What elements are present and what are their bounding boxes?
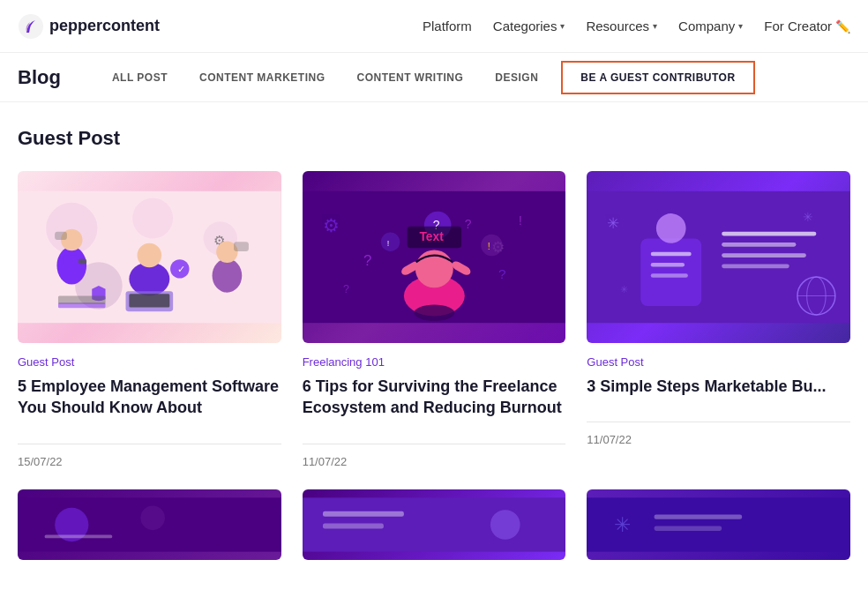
svg-text:✓: ✓	[177, 264, 185, 274]
svg-rect-70	[655, 514, 743, 519]
svg-text:?: ?	[363, 252, 371, 269]
svg-rect-8	[64, 256, 79, 265]
tab-design[interactable]: DESIGN	[479, 71, 554, 84]
svg-point-43	[414, 304, 454, 320]
svg-text:⚙: ⚙	[323, 215, 340, 236]
svg-text:?: ?	[498, 266, 506, 281]
svg-rect-50	[722, 253, 806, 257]
card-3-illustration: ✳ ✳ ✳	[587, 171, 850, 343]
svg-rect-71	[655, 526, 722, 530]
cards-grid: ✓ ⚙ Guest Post 5 Employee Mana	[18, 171, 850, 468]
svg-text:?: ?	[464, 218, 471, 231]
svg-point-56	[656, 213, 686, 243]
logo-icon	[18, 13, 44, 40]
pencil-icon: ✏️	[835, 19, 850, 34]
bottom-card-1	[18, 489, 281, 560]
svg-point-32	[380, 233, 399, 251]
nav-resources[interactable]: Resources ▾	[586, 19, 657, 34]
svg-rect-65	[323, 511, 404, 516]
card-3-date: 11/07/22	[587, 422, 850, 446]
card-1-illustration: ✓ ⚙	[18, 171, 281, 343]
card-2-category: Freelancing 101	[303, 355, 566, 369]
svg-text:✳: ✳	[803, 211, 813, 224]
bottom-card-3: ✳	[587, 489, 850, 560]
categories-chevron: ▾	[560, 21, 565, 31]
tab-all-post[interactable]: ALL POST	[96, 71, 183, 84]
svg-rect-20	[234, 242, 249, 251]
svg-rect-59	[651, 273, 688, 278]
svg-point-67	[490, 510, 520, 540]
svg-rect-66	[323, 523, 384, 528]
card-2: ⚙ ⚙ ! ? ? ! !	[303, 171, 566, 468]
card-3-title[interactable]: 3 Simple Steps Marketable Bu...	[587, 376, 850, 397]
svg-text:!: !	[386, 239, 389, 248]
svg-point-62	[140, 505, 165, 530]
nav-categories[interactable]: Categories ▾	[493, 19, 565, 34]
card-3: ✳ ✳ ✳	[587, 171, 850, 468]
svg-rect-63	[45, 534, 113, 538]
bottom-card-3-img: ✳	[587, 489, 850, 560]
svg-rect-58	[651, 263, 685, 267]
section-title: Guest Post	[18, 127, 850, 150]
bottom-card-1-img	[18, 489, 281, 560]
resources-chevron: ▾	[653, 21, 657, 31]
svg-text:✳: ✳	[621, 284, 629, 295]
card-3-image: ✳ ✳ ✳	[587, 171, 850, 343]
card-1-image: ✓ ⚙	[18, 171, 281, 343]
svg-text:!: !	[519, 214, 522, 228]
svg-rect-51	[722, 265, 789, 269]
svg-rect-19	[55, 232, 67, 240]
nav-links: Platform Categories ▾ Resources ▾ Compan…	[423, 19, 850, 34]
svg-rect-9	[79, 258, 86, 264]
svg-point-30	[481, 235, 503, 257]
main-content: Guest Post	[0, 102, 868, 578]
svg-rect-49	[722, 243, 796, 247]
nav-company[interactable]: Company ▾	[678, 19, 743, 34]
svg-text:✳: ✳	[607, 215, 619, 232]
svg-rect-48	[722, 232, 816, 236]
card-1-date: 15/07/22	[18, 444, 281, 468]
svg-text:Text: Text	[419, 230, 444, 243]
svg-rect-13	[129, 294, 169, 307]
card-1-category: Guest Post	[18, 355, 281, 369]
top-navigation: peppercontent Platform Categories ▾ Reso…	[0, 0, 868, 53]
card-3-category: Guest Post	[587, 355, 850, 369]
nav-for-creator[interactable]: For Creator ✏️	[764, 19, 850, 34]
svg-text:!: !	[487, 241, 490, 251]
nav-platform[interactable]: Platform	[423, 19, 472, 34]
card-1: ✓ ⚙ Guest Post 5 Employee Mana	[18, 171, 281, 468]
svg-rect-22	[58, 296, 106, 304]
bottom-card-2-img	[303, 489, 566, 560]
card-2-illustration: ⚙ ⚙ ! ? ? ! !	[303, 171, 566, 343]
logo-text: peppercontent	[49, 17, 160, 35]
card-2-title[interactable]: 6 Tips for Surviving the Freelance Ecosy…	[303, 376, 566, 419]
svg-rect-55	[641, 238, 702, 306]
bottom-card-2	[303, 489, 566, 560]
tab-content-marketing[interactable]: CONTENT MARKETING	[183, 71, 341, 84]
bottom-cards-row: ✳	[18, 489, 850, 560]
svg-text:✳: ✳	[614, 512, 631, 535]
blog-tabs: ALL POST CONTENT MARKETING CONTENT WRITI…	[96, 61, 850, 94]
card-2-date: 11/07/22	[303, 444, 566, 468]
svg-rect-57	[651, 252, 692, 257]
svg-point-11	[138, 243, 162, 268]
card-1-title[interactable]: 5 Employee Management Software You Shoul…	[18, 376, 281, 419]
blog-title: Blog	[18, 66, 61, 89]
card-2-image: ⚙ ⚙ ! ? ? ! !	[303, 171, 566, 343]
company-chevron: ▾	[738, 21, 743, 31]
tab-be-guest-contributor[interactable]: BE A GUEST CONTRIBUTOR	[561, 61, 754, 94]
svg-point-17	[213, 258, 243, 292]
logo[interactable]: peppercontent	[18, 13, 160, 40]
tab-content-writing[interactable]: CONTENT WRITING	[341, 71, 480, 84]
blog-navigation: Blog ALL POST CONTENT MARKETING CONTENT …	[0, 53, 868, 102]
svg-text:?: ?	[343, 283, 349, 295]
svg-point-0	[19, 14, 43, 39]
svg-point-3	[132, 198, 173, 238]
